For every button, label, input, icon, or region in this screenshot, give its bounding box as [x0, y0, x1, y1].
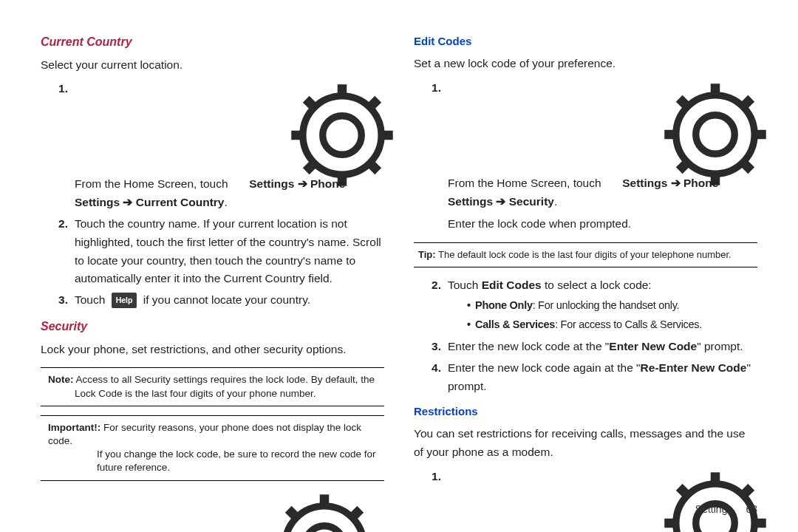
left-column: Current Country Select your current loca… — [41, 30, 384, 517]
cc-step-2: Touch the country name. If your current … — [58, 215, 384, 288]
ec-step-3: Enter the new lock code at the "Enter Ne… — [432, 338, 757, 356]
gear-icon — [214, 490, 228, 505]
heading-restrictions: Restrictions — [414, 403, 757, 420]
gear-icon — [604, 468, 619, 482]
lock-code-options: Phone Only: For unlocking the handset on… — [448, 297, 757, 333]
heading-edit-codes: Edit Codes — [414, 33, 757, 50]
gear-icon — [604, 79, 619, 94]
cc-step-1: From the Home Screen, touch Settings ➔ P… — [58, 80, 384, 212]
edit-codes-steps: From the Home Screen, touch Settings ➔ P… — [414, 79, 757, 233]
note-box: Note: Access to all Security settings re… — [41, 367, 384, 406]
page: Current Country Select your current loca… — [0, 0, 798, 532]
page-footer: Settings63 — [695, 501, 757, 517]
important-box: Important!: For security reasons, your p… — [41, 415, 384, 481]
ec-enter-lock: Enter the lock code when prompted. — [448, 215, 757, 233]
from-home-line: From the Home Screen, touch Settings ➔ P… — [44, 490, 384, 532]
heading-security: Security — [41, 317, 384, 336]
ec-step-1: From the Home Screen, touch Settings ➔ P… — [432, 79, 757, 233]
note-label: Note: — [48, 374, 74, 385]
current-country-intro: Select your current location. — [41, 56, 384, 75]
tip-label: Tip: — [418, 249, 436, 260]
gear-icon — [231, 80, 246, 95]
restrictions-steps: From the Home Screen, touch Settings ➔ P… — [414, 468, 757, 532]
option-phone-only: Phone Only: For unlocking the handset on… — [467, 297, 757, 314]
ec-step-4: Enter the new lock code again at the "Re… — [432, 359, 757, 396]
edit-codes-intro: Set a new lock code of your preference. — [414, 55, 757, 73]
right-column: Edit Codes Set a new lock code of your p… — [414, 30, 757, 517]
security-intro: Lock your phone, set restrictions, and o… — [41, 341, 384, 359]
option-calls-services: Calls & Services: For access to Calls & … — [467, 316, 757, 333]
ec-step-2: Touch Edit Codes to select a lock code: … — [432, 276, 757, 333]
heading-current-country: Current Country — [41, 33, 384, 52]
important-label: Important!: — [48, 422, 100, 433]
restrictions-intro: You can set restrictions for receiving c… — [414, 425, 757, 462]
footer-section: Settings — [695, 503, 733, 515]
tip-box: Tip: The default lock code is the last f… — [414, 242, 757, 267]
help-badge: Help — [112, 293, 137, 308]
edit-codes-steps-cont: Touch Edit Codes to select a lock code: … — [414, 276, 757, 396]
res-step-1: From the Home Screen, touch Settings ➔ P… — [432, 468, 757, 532]
footer-page-number: 63 — [746, 503, 757, 515]
cc-step-3: Touch Help if you cannot locate your cou… — [58, 291, 384, 310]
current-country-steps: From the Home Screen, touch Settings ➔ P… — [41, 80, 384, 310]
